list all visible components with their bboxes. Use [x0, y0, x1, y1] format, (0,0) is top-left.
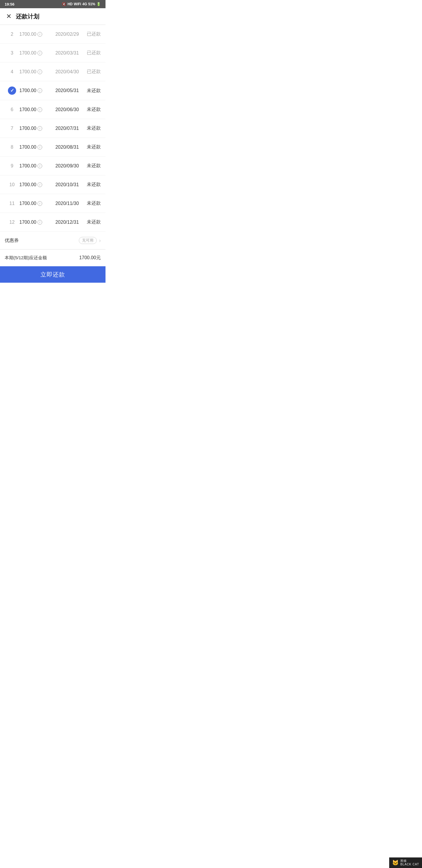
table-row[interactable]: 9 1700.00 i 2020/09/30 未还款 — [0, 157, 105, 175]
info-icon[interactable]: i — [37, 51, 42, 55]
row-index: 6 — [5, 107, 19, 112]
info-icon[interactable]: i — [37, 126, 42, 131]
row-amount: 1700.00 i — [19, 69, 51, 74]
row-date: 2020/03/31 — [51, 51, 83, 56]
row-status: 未还款 — [83, 200, 101, 207]
row-status: 未还款 — [83, 163, 101, 169]
row-index: 8 — [5, 145, 19, 150]
table-row[interactable]: 6 1700.00 i 2020/06/30 未还款 — [0, 100, 105, 119]
row-amount: 1700.00 i — [19, 88, 51, 93]
row-amount: 1700.00 i — [19, 220, 51, 225]
signal-icon: 4G — [83, 2, 87, 6]
page-title: 还款计划 — [16, 12, 39, 21]
info-icon[interactable]: i — [37, 220, 42, 225]
row-date: 2020/02/29 — [51, 32, 83, 37]
row-index: 10 — [5, 182, 19, 187]
info-icon[interactable]: i — [37, 107, 42, 112]
row-date: 2020/08/31 — [51, 145, 83, 150]
info-icon[interactable]: i — [37, 145, 42, 150]
row-status: 未还款 — [83, 144, 101, 150]
row-date: 2020/12/31 — [51, 220, 83, 225]
row-amount: 1700.00 i — [19, 107, 51, 112]
info-icon[interactable]: i — [37, 182, 42, 187]
mute-icon: 🔇 — [62, 2, 66, 6]
table-row[interactable]: ✓ 1700.00 i 2020/05/31 未还款 — [0, 81, 105, 100]
row-index: 12 — [5, 220, 19, 225]
coupon-tag: 无可用 — [79, 237, 97, 244]
row-index: 2 — [5, 32, 19, 37]
row-index: 9 — [5, 163, 19, 168]
row-date: 2020/06/30 — [51, 107, 83, 112]
row-status: 未还款 — [83, 106, 101, 113]
selected-check: ✓ — [5, 87, 19, 95]
row-date: 2020/09/30 — [51, 163, 83, 168]
row-status: 未还款 — [83, 219, 101, 225]
total-value: 1700.00元 — [79, 255, 101, 261]
row-amount: 1700.00 i — [19, 32, 51, 37]
wifi-icon: WiFi — [74, 2, 81, 6]
table-row: 3 1700.00 i 2020/03/31 已还款 — [0, 44, 105, 62]
table-row[interactable]: 11 1700.00 i 2020/11/30 未还款 — [0, 194, 105, 213]
row-amount: 1700.00 i — [19, 145, 51, 150]
row-status: 已还款 — [83, 69, 101, 75]
row-index: 3 — [5, 51, 19, 56]
table-row: 2 1700.00 i 2020/02/29 已还款 — [0, 25, 105, 44]
row-date: 2020/05/31 — [51, 88, 83, 93]
row-amount: 1700.00 i — [19, 201, 51, 206]
row-status: 已还款 — [83, 50, 101, 56]
pay-button-container: 立即还款 — [0, 266, 105, 283]
row-index: 4 — [5, 69, 19, 74]
row-amount: 1700.00 i — [19, 51, 51, 56]
row-status: 未还款 — [83, 125, 101, 131]
close-button[interactable]: ✕ — [5, 12, 13, 21]
table-row[interactable]: 10 1700.00 i 2020/10/31 未还款 — [0, 175, 105, 194]
coupon-label: 优惠券 — [5, 238, 79, 244]
info-icon[interactable]: i — [37, 32, 42, 37]
coupon-row[interactable]: 优惠券 无可用 › — [0, 232, 105, 250]
status-bar: 19:56 🔇 HD WiFi 4G 51% 🔋 — [0, 0, 105, 8]
row-date: 2020/07/31 — [51, 126, 83, 131]
info-icon[interactable]: i — [37, 164, 42, 168]
row-date: 2020/11/30 — [51, 201, 83, 206]
repayment-table: 2 1700.00 i 2020/02/29 已还款 3 1700.00 i 2… — [0, 25, 105, 232]
row-amount: 1700.00 i — [19, 163, 51, 168]
hd-label: HD — [67, 2, 72, 6]
page-header: ✕ 还款计划 — [0, 8, 105, 25]
row-index: 11 — [5, 201, 19, 206]
battery-icon: 🔋 — [96, 2, 101, 6]
total-amount-row: 本期(5/12期)应还金额 1700.00元 — [0, 250, 105, 266]
row-status: 已还款 — [83, 31, 101, 37]
row-status: 未还款 — [83, 88, 101, 94]
battery: 51% — [88, 2, 95, 6]
row-date: 2020/04/30 — [51, 69, 83, 74]
table-row[interactable]: 7 1700.00 i 2020/07/31 未还款 — [0, 119, 105, 138]
status-icons: 🔇 HD WiFi 4G 51% 🔋 — [62, 2, 101, 6]
row-index: 7 — [5, 126, 19, 131]
info-icon[interactable]: i — [37, 69, 42, 74]
close-icon: ✕ — [6, 13, 11, 20]
info-icon[interactable]: i — [37, 88, 42, 93]
pay-button[interactable]: 立即还款 — [0, 266, 105, 283]
info-icon[interactable]: i — [37, 201, 42, 206]
row-date: 2020/10/31 — [51, 182, 83, 187]
total-label: 本期(5/12期)应还金额 — [5, 255, 47, 261]
table-row[interactable]: 12 1700.00 i 2020/12/31 未还款 — [0, 213, 105, 232]
row-status: 未还款 — [83, 182, 101, 188]
chevron-right-icon: › — [99, 238, 101, 244]
time: 19:56 — [5, 2, 14, 6]
table-row[interactable]: 8 1700.00 i 2020/08/31 未还款 — [0, 138, 105, 157]
table-row: 4 1700.00 i 2020/04/30 已还款 — [0, 62, 105, 81]
row-amount: 1700.00 i — [19, 126, 51, 131]
row-amount: 1700.00 i — [19, 182, 51, 187]
